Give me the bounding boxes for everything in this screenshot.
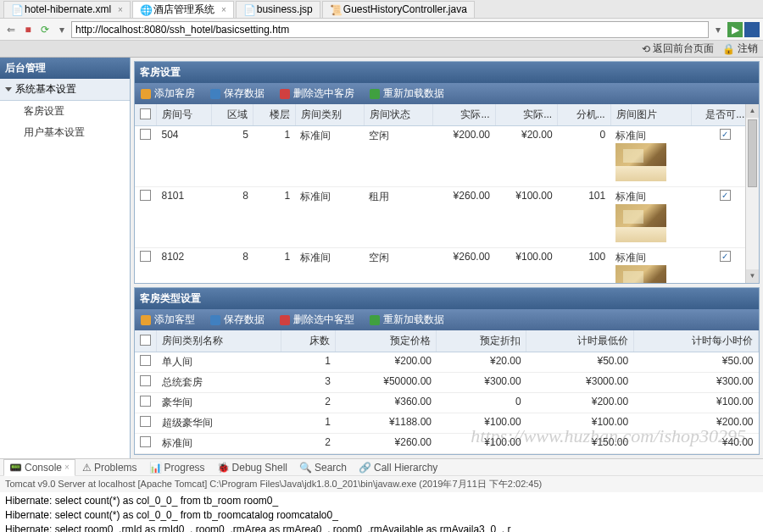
reload-room-button[interactable]: 重新加载数据 [367, 86, 447, 102]
room-toolbar: 添加客房 保存数据 删除选中客房 重新加载数据 [135, 83, 759, 104]
sidebar-title: 后台管理 [0, 58, 130, 79]
web-icon: 🌐 [140, 4, 150, 14]
status-line: Tomcat v9.0 Server at localhost [Apache … [0, 475, 763, 492]
sidebar-item-user[interactable]: 用户基本设置 [0, 122, 130, 143]
xml-icon: 📄 [11, 4, 21, 14]
reload-icon [370, 315, 380, 325]
room-scrollbar[interactable]: ▲ ▼ [745, 104, 759, 283]
java-icon: 📜 [330, 4, 340, 14]
scroll-thumb[interactable] [748, 119, 757, 187]
delete-icon [280, 89, 290, 99]
back-front-link[interactable]: ⟲ 返回前台页面 [642, 42, 714, 56]
table-row[interactable]: 50451标准间空闲 ¥200.00¥20.000 标准间 [135, 126, 759, 187]
save-icon [210, 315, 220, 325]
select-all-checkbox[interactable] [140, 108, 151, 119]
chevron-down-icon [5, 87, 12, 91]
row-checkbox[interactable] [140, 129, 151, 140]
close-icon[interactable]: × [64, 463, 70, 472]
home-button[interactable]: ▾ [54, 22, 70, 37]
reload-button[interactable]: ⟳ [37, 22, 53, 37]
row-checkbox[interactable] [140, 375, 151, 386]
row-checkbox[interactable] [140, 416, 151, 427]
row-checkbox[interactable] [140, 355, 151, 366]
add-type-button[interactable]: 添加客型 [138, 312, 198, 328]
tab-file-2[interactable]: 📄business.jsp [236, 1, 320, 18]
dropdown-button[interactable]: ▾ [710, 22, 726, 37]
room-image [615, 143, 666, 181]
room-image [615, 204, 666, 242]
progress-tab[interactable]: 📊 Progress [144, 460, 210, 475]
browser-nav: ⇐ ■ ⟳ ▾ ▾ ▶ [0, 19, 763, 41]
room-grid[interactable]: 房间号 区域 楼层 房间类别 房间状态 实际... 实际... 分机... 房间… [135, 104, 759, 283]
row-checkbox[interactable] [140, 436, 151, 447]
select-all-checkbox[interactable] [140, 335, 151, 346]
row-checkbox[interactable] [140, 190, 151, 201]
debug-tab[interactable]: 🐞 Debug Shell [212, 460, 292, 475]
table-row[interactable]: 总统套房3¥50000.00¥300.00¥3000.00¥300.00 [135, 373, 759, 393]
type-toolbar: 添加客型 保存数据 删除选中客型 重新加载数据 [135, 309, 759, 330]
avail-checkbox[interactable] [720, 190, 731, 201]
delete-room-button[interactable]: 删除选中客房 [277, 86, 357, 102]
room-panel: 客房设置 添加客房 保存数据 删除选中客房 重新加载数据 房间号 区域 楼层 房… [134, 61, 760, 284]
table-row[interactable]: 标准间2¥260.00¥100.00¥150.00¥40.00 [135, 434, 759, 454]
delete-icon [280, 315, 290, 325]
market-button[interactable] [744, 22, 760, 37]
scroll-up-icon[interactable]: ▲ [746, 104, 759, 118]
table-row[interactable]: 单人间1¥200.00¥20.00¥50.00¥50.00 [135, 352, 759, 373]
sidebar-item-room[interactable]: 客房设置 [0, 101, 130, 122]
avail-checkbox[interactable] [720, 129, 731, 140]
row-checkbox[interactable] [140, 396, 151, 407]
delete-type-button[interactable]: 删除选中客型 [277, 312, 357, 328]
add-icon [141, 89, 151, 99]
bottom-tabs: 📟 Console × ⚠ Problems 📊 Progress 🐞 Debu… [0, 458, 763, 475]
reload-type-button[interactable]: 重新加载数据 [367, 312, 447, 328]
tab-file-0[interactable]: 📄hotel-hibernate.xml× [3, 1, 131, 18]
avail-checkbox[interactable] [720, 251, 731, 262]
back-button[interactable]: ⇐ [3, 22, 19, 37]
jsp-icon: 📄 [243, 4, 253, 14]
table-row[interactable]: 豪华间2¥360.000¥200.00¥100.00 [135, 393, 759, 413]
add-room-button[interactable]: 添加客房 [138, 86, 198, 102]
close-icon[interactable]: × [221, 5, 226, 14]
scroll-down-icon[interactable]: ▼ [746, 269, 759, 283]
row-checkbox[interactable] [140, 251, 151, 262]
tab-file-3[interactable]: 📜GuestHistoryController.java [322, 1, 475, 18]
top-right-bar: ⟲ 返回前台页面 🔒 注销 [0, 41, 763, 58]
sidebar-group[interactable]: 系统基本设置 [0, 79, 130, 101]
table-row[interactable]: 810281标准间空闲 ¥260.00¥100.00100 标准间 [135, 248, 759, 284]
reload-icon [370, 89, 380, 99]
save-room-button[interactable]: 保存数据 [208, 86, 267, 102]
console-tab[interactable]: 📟 Console × [3, 459, 75, 476]
logout-link[interactable]: 🔒 注销 [722, 42, 758, 56]
room-panel-title: 客房设置 [135, 62, 759, 83]
save-type-button[interactable]: 保存数据 [208, 312, 267, 328]
sidebar: 后台管理 系统基本设置 客房设置 用户基本设置 [0, 58, 131, 458]
add-icon [141, 315, 151, 325]
type-panel-title: 客房类型设置 [135, 288, 759, 309]
save-icon [210, 89, 220, 99]
editor-tabs: 📄hotel-hibernate.xml× 🌐酒店管理系统× 📄business… [0, 0, 763, 19]
console-output[interactable]: Hibernate: select count(*) as col_0_0_ f… [0, 492, 763, 532]
search-tab[interactable]: 🔍 Search [294, 460, 352, 475]
type-grid[interactable]: 房间类别名称 床数 预定价格 预定折扣 计时最低价 计时每小时价 单人间1¥20… [135, 330, 759, 454]
type-panel: 客房类型设置 添加客型 保存数据 删除选中客型 重新加载数据 房间类别名称 床数… [134, 287, 760, 455]
url-input[interactable] [71, 21, 709, 38]
stop-button[interactable]: ■ [20, 22, 36, 37]
problems-tab[interactable]: ⚠ Problems [77, 460, 142, 475]
go-button[interactable]: ▶ [727, 22, 743, 37]
close-icon[interactable]: × [118, 5, 123, 14]
table-row[interactable]: 810181标准间租用 ¥260.00¥100.00101 标准间 [135, 187, 759, 248]
call-hierarchy-tab[interactable]: 🔗 Call Hierarchy [354, 460, 443, 475]
tab-file-1[interactable]: 🌐酒店管理系统× [132, 1, 234, 18]
table-row[interactable]: 超级豪华间1¥1188.00¥100.00¥100.00¥200.00 [135, 413, 759, 434]
room-image [615, 265, 666, 283]
